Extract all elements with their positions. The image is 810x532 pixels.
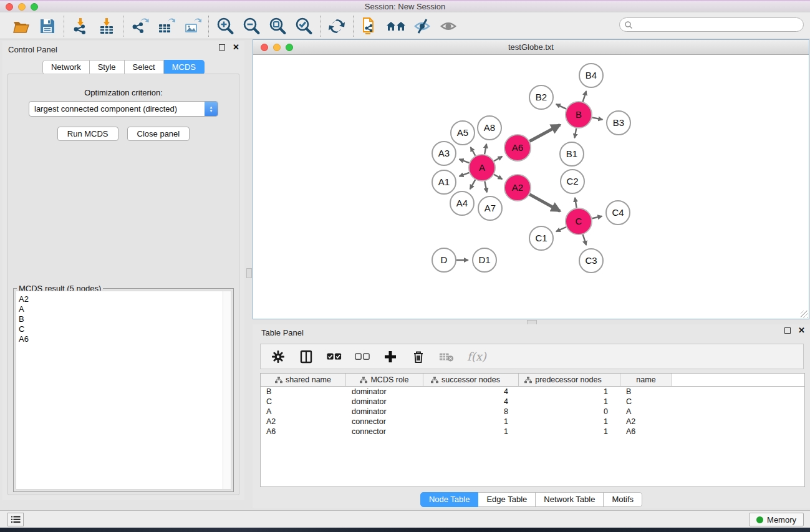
delete-icon[interactable] <box>411 349 426 364</box>
minimize-window-button[interactable] <box>18 3 26 11</box>
select-all-icon[interactable] <box>327 349 342 364</box>
edge-A-A4[interactable] <box>470 180 475 189</box>
search-field[interactable] <box>619 17 804 32</box>
network-minimize-button[interactable] <box>273 44 281 51</box>
table-row[interactable]: Cdominator41C <box>261 397 804 407</box>
graph-node-C[interactable]: C <box>566 208 592 235</box>
graph-node-A3[interactable]: A3 <box>432 142 456 165</box>
close-panel-icon[interactable]: ✕ <box>233 44 239 51</box>
edge-A2-C[interactable] <box>529 195 560 211</box>
tab-style[interactable]: Style <box>90 60 125 75</box>
result-item[interactable]: A <box>19 304 231 314</box>
close-table-panel-icon[interactable]: ✕ <box>798 327 805 334</box>
graph-node-A2[interactable]: A2 <box>504 175 531 201</box>
tab-node-table[interactable]: Node Table <box>420 492 479 507</box>
edge-B-B1[interactable] <box>575 128 577 138</box>
graph-node-B2[interactable]: B2 <box>529 85 553 109</box>
edge-A-A1[interactable] <box>460 173 470 177</box>
function-builder-icon[interactable]: f(x) <box>467 350 486 363</box>
column-header-name[interactable]: name <box>620 374 672 386</box>
edge-C-C2[interactable] <box>575 198 577 208</box>
edge-A-A5[interactable] <box>471 147 476 156</box>
zoom-selected-icon[interactable] <box>294 16 314 36</box>
result-item[interactable]: A6 <box>19 334 231 344</box>
tab-edge-table[interactable]: Edge Table <box>478 492 536 507</box>
graph-node-C1[interactable]: C1 <box>529 226 553 250</box>
column-header-MCDS-role[interactable]: MCDS role <box>346 374 423 386</box>
edge-B-B4[interactable] <box>583 91 586 102</box>
import-network-icon[interactable] <box>70 16 90 36</box>
import-table-icon[interactable] <box>97 16 117 36</box>
graph-node-A5[interactable]: A5 <box>451 121 475 145</box>
show-all-icon[interactable] <box>438 16 458 36</box>
graph-node-B4[interactable]: B4 <box>579 64 603 87</box>
refresh-icon[interactable] <box>327 16 347 36</box>
graph-node-D[interactable]: D <box>432 248 456 272</box>
edge-B-B2[interactable] <box>556 104 566 109</box>
edge-A-A2[interactable] <box>494 175 502 179</box>
result-scrollbar[interactable] <box>223 291 231 489</box>
table-row[interactable]: Bdominator41B <box>261 387 804 397</box>
result-item[interactable]: B <box>19 314 231 324</box>
edge-C-C3[interactable] <box>583 235 586 245</box>
graph-node-C2[interactable]: C2 <box>561 170 584 193</box>
table-row[interactable]: Adominator80A <box>261 407 804 417</box>
column-header-successor-nodes[interactable]: successor nodes <box>423 374 519 386</box>
zoom-in-icon[interactable] <box>215 16 235 36</box>
graph-node-B3[interactable]: B3 <box>607 111 630 135</box>
graph-node-D1[interactable]: D1 <box>473 248 496 272</box>
zoom-out-icon[interactable] <box>241 16 261 36</box>
task-history-button[interactable] <box>7 513 24 526</box>
edge-A-A6[interactable] <box>494 157 502 161</box>
column-header-shared-name[interactable]: shared name <box>261 374 346 386</box>
search-input[interactable] <box>636 19 803 31</box>
edge-C-C4[interactable] <box>592 216 602 219</box>
deselect-all-icon[interactable] <box>355 349 370 364</box>
graph-node-C4[interactable]: C4 <box>606 201 630 225</box>
network-close-button[interactable] <box>261 44 268 51</box>
edge-B-B3[interactable] <box>592 117 603 119</box>
new-network-from-selection-icon[interactable] <box>360 16 380 36</box>
close-window-button[interactable] <box>6 3 13 11</box>
float-table-panel-icon[interactable] <box>784 327 791 334</box>
graph-node-A6[interactable]: A6 <box>504 135 531 161</box>
edge-C-C1[interactable] <box>556 227 566 231</box>
column-header-predecessor-nodes[interactable]: predecessor nodes <box>519 374 620 386</box>
zoom-window-button[interactable] <box>31 3 38 11</box>
node-table[interactable]: shared nameMCDS rolesuccessor nodesprede… <box>260 373 805 487</box>
close-panel-button[interactable]: Close panel <box>127 127 190 141</box>
graph-node-A7[interactable]: A7 <box>478 196 502 220</box>
edge-A-A7[interactable] <box>485 181 487 193</box>
export-table-icon[interactable] <box>156 16 176 36</box>
hide-selected-icon[interactable] <box>412 16 432 36</box>
float-panel-icon[interactable] <box>219 44 225 51</box>
edge-A6-B[interactable] <box>529 125 560 141</box>
graph-node-A[interactable]: A <box>469 155 495 181</box>
add-icon[interactable] <box>383 349 398 364</box>
delete-table-icon[interactable] <box>439 349 454 364</box>
result-item[interactable]: A2 <box>19 294 231 304</box>
houses-icon[interactable] <box>386 16 406 36</box>
tab-mcds[interactable]: MCDS <box>164 60 205 75</box>
export-image-icon[interactable] <box>182 16 202 36</box>
edge-A-A3[interactable] <box>460 159 470 163</box>
network-zoom-button[interactable] <box>286 44 293 51</box>
vertical-splitter-handle[interactable] <box>246 268 252 278</box>
open-session-icon[interactable] <box>11 16 31 36</box>
gear-icon[interactable] <box>271 349 286 364</box>
result-item[interactable]: C <box>19 324 231 334</box>
graph-node-B1[interactable]: B1 <box>560 142 584 166</box>
export-network-icon[interactable] <box>130 16 150 36</box>
columns-icon[interactable] <box>299 349 314 364</box>
network-window-titlebar[interactable]: testGlobe.txt <box>253 40 809 55</box>
tab-network-table[interactable]: Network Table <box>536 492 604 507</box>
table-row[interactable]: A6connector11A6 <box>261 427 804 437</box>
resize-grip[interactable] <box>801 311 808 318</box>
save-session-icon[interactable] <box>37 16 57 36</box>
memory-button[interactable]: Memory <box>749 513 804 526</box>
graph-node-B[interactable]: B <box>566 102 592 128</box>
tab-motifs[interactable]: Motifs <box>604 492 642 507</box>
graph-node-A4[interactable]: A4 <box>450 191 474 215</box>
mcds-result-list[interactable]: A2ABCA6 <box>16 291 231 490</box>
graph-node-C3[interactable]: C3 <box>579 249 603 273</box>
